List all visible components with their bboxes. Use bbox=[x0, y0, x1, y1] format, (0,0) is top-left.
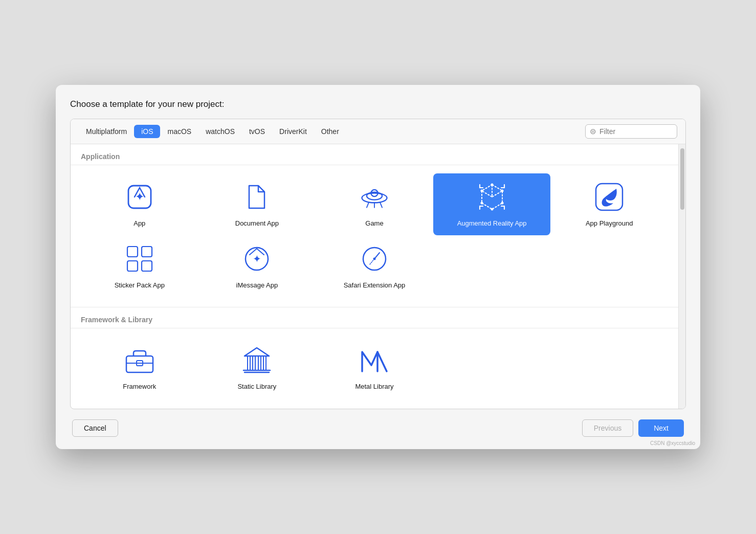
game-label: Game bbox=[365, 219, 383, 228]
document-app-icon bbox=[240, 181, 273, 213]
template-ar-app[interactable]: Augmented Reality App bbox=[433, 173, 551, 235]
app-playground-label: App Playground bbox=[586, 219, 633, 228]
game-icon bbox=[358, 181, 391, 213]
svg-rect-28 bbox=[126, 356, 153, 372]
tab-macos[interactable]: macOS bbox=[160, 125, 198, 138]
template-safari-ext[interactable]: Safari Extension App bbox=[316, 235, 433, 297]
application-grid: ✦ App D bbox=[71, 165, 678, 307]
scrollbar[interactable] bbox=[678, 144, 685, 409]
tab-tvos[interactable]: tvOS bbox=[242, 125, 272, 138]
template-metal-library[interactable]: Metal Library bbox=[316, 337, 433, 398]
svg-rect-20 bbox=[127, 261, 138, 271]
template-sticker-pack[interactable]: Sticker Pack App bbox=[81, 235, 198, 297]
svg-rect-33 bbox=[258, 356, 261, 370]
ar-app-label: Augmented Reality App bbox=[457, 219, 527, 228]
tab-ios[interactable]: iOS bbox=[134, 125, 160, 138]
section-application-header: Application bbox=[71, 144, 678, 165]
svg-rect-21 bbox=[142, 261, 152, 271]
bottom-bar: Cancel Previous Next bbox=[70, 419, 686, 437]
sticker-pack-label: Sticker Pack App bbox=[115, 281, 165, 290]
filter-box: ⊜ bbox=[585, 124, 677, 139]
app-icon: ✦ bbox=[123, 181, 156, 213]
svg-point-11 bbox=[491, 183, 493, 186]
svg-point-13 bbox=[501, 202, 503, 204]
ar-icon bbox=[476, 181, 508, 213]
section-framework-header: Framework & Library bbox=[71, 307, 678, 328]
scroll-area: Application ✦ App bbox=[71, 144, 685, 409]
svg-line-9 bbox=[492, 191, 502, 197]
new-project-dialog: Choose a template for your new project: … bbox=[56, 85, 700, 450]
framework-icon bbox=[123, 344, 156, 376]
svg-rect-18 bbox=[127, 247, 138, 257]
svg-point-14 bbox=[491, 208, 493, 210]
tab-watchos[interactable]: watchOS bbox=[198, 125, 242, 138]
template-document-app[interactable]: Document App bbox=[198, 173, 316, 235]
svg-point-16 bbox=[480, 202, 483, 204]
filter-icon: ⊜ bbox=[590, 127, 596, 136]
template-imessage[interactable]: ✦ iMessage App bbox=[198, 235, 316, 297]
static-library-label: Static Library bbox=[237, 383, 276, 391]
svg-line-5 bbox=[367, 203, 369, 207]
metal-icon bbox=[358, 344, 391, 376]
playground-icon bbox=[593, 181, 626, 213]
template-static-library[interactable]: Static Library bbox=[198, 337, 316, 398]
sticker-icon bbox=[123, 242, 156, 275]
scrollbar-thumb bbox=[680, 148, 684, 210]
watermark: CSDN @xyccstudio bbox=[650, 440, 695, 446]
svg-rect-32 bbox=[253, 356, 255, 370]
dialog-title: Choose a template for your new project: bbox=[70, 99, 686, 109]
nav-buttons: Previous Next bbox=[582, 419, 684, 437]
svg-point-2 bbox=[362, 193, 387, 203]
tab-multiplatform[interactable]: Multiplatform bbox=[79, 125, 134, 138]
svg-point-15 bbox=[480, 189, 483, 192]
tabs-row: Multiplatform iOS macOS watchOS tvOS Dri… bbox=[71, 119, 685, 144]
template-app-playground[interactable]: App Playground bbox=[550, 173, 668, 235]
metal-library-label: Metal Library bbox=[355, 383, 393, 391]
svg-line-10 bbox=[482, 191, 492, 197]
imessage-icon: ✦ bbox=[240, 242, 273, 275]
svg-text:✦: ✦ bbox=[135, 190, 144, 203]
safari-ext-label: Safari Extension App bbox=[344, 281, 406, 290]
tab-driverkit[interactable]: DriverKit bbox=[272, 125, 314, 138]
framework-label: Framework bbox=[123, 383, 156, 391]
app-label: App bbox=[134, 219, 145, 228]
template-app[interactable]: ✦ App bbox=[81, 173, 198, 235]
filter-input[interactable] bbox=[599, 127, 671, 136]
svg-point-27 bbox=[373, 257, 375, 260]
content-area: Application ✦ App bbox=[71, 144, 678, 409]
cancel-button[interactable]: Cancel bbox=[72, 419, 118, 437]
svg-rect-31 bbox=[248, 356, 250, 370]
imessage-label: iMessage App bbox=[236, 281, 278, 290]
template-game[interactable]: Game bbox=[316, 173, 433, 235]
document-app-label: Document App bbox=[235, 219, 279, 228]
svg-rect-19 bbox=[142, 247, 152, 257]
svg-line-7 bbox=[380, 203, 382, 207]
previous-button[interactable]: Previous bbox=[582, 419, 633, 437]
template-framework[interactable]: Framework bbox=[81, 337, 198, 398]
framework-grid: Framework bbox=[71, 328, 678, 409]
svg-point-12 bbox=[501, 189, 503, 192]
tab-other[interactable]: Other bbox=[314, 125, 346, 138]
main-content: Multiplatform iOS macOS watchOS tvOS Dri… bbox=[70, 119, 686, 410]
next-button[interactable]: Next bbox=[638, 419, 684, 437]
svg-rect-34 bbox=[263, 356, 266, 370]
safari-icon bbox=[358, 242, 391, 275]
static-library-icon bbox=[240, 344, 273, 376]
svg-text:✦: ✦ bbox=[253, 253, 261, 264]
